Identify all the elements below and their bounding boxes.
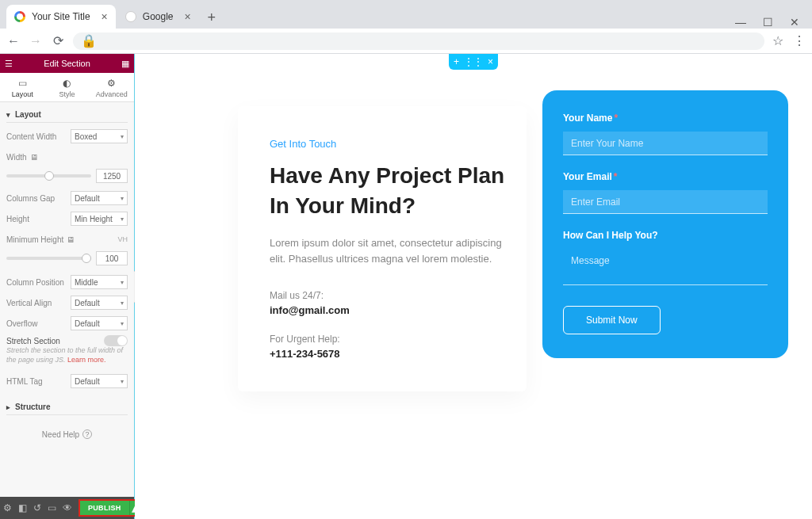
html-tag-select[interactable]: Default ▾ [71, 374, 128, 388]
form-submit-button[interactable]: Submit Now [563, 306, 661, 334]
responsive-icon[interactable]: ▭ [48, 502, 56, 513]
chevron-down-icon: ▾ [121, 195, 124, 202]
vertical-align-select[interactable]: Default ▾ [71, 296, 128, 310]
style-tab-icon: ◐ [44, 78, 89, 89]
tab-label: Style [59, 90, 75, 98]
preview-eye-icon[interactable]: 👁 [63, 502, 72, 513]
select-value: Default [75, 319, 100, 328]
width-input[interactable] [96, 169, 128, 183]
chevron-down-icon: ▾ [121, 279, 124, 286]
control-label: Width 🖥 [6, 153, 38, 162]
bookmark-star-icon[interactable]: ☆ [772, 33, 783, 48]
address-bar[interactable]: 🔒 [73, 32, 764, 50]
section-heading: Have Any Project Plan In Your Mind? [270, 161, 511, 221]
tab-label: Advanced [96, 90, 128, 98]
select-value: Default [75, 377, 100, 386]
min-height-input[interactable] [96, 251, 128, 265]
tab-layout[interactable]: ▭ Layout [0, 73, 44, 101]
section-header-label: Structure [15, 403, 50, 411]
control-label: Overflow [6, 319, 37, 328]
new-tab-button[interactable]: + [201, 6, 223, 29]
heading-line: Have Any Project Plan [270, 163, 504, 188]
overflow-select[interactable]: Default ▾ [71, 316, 128, 330]
history-icon[interactable]: ↺ [33, 502, 41, 513]
widgets-grid-icon[interactable]: ▦ [121, 59, 129, 69]
content-width-select[interactable]: Boxed ▾ [71, 129, 128, 143]
form-help-label: How Can I Help You? [563, 230, 768, 241]
select-value: Middle [75, 278, 98, 287]
form-message-textarea[interactable] [563, 249, 768, 285]
form-label-text: Your Name [563, 113, 612, 124]
control-label: HTML Tag [6, 377, 43, 386]
section-structure-toggle[interactable]: ▸ Structure [6, 399, 128, 415]
slider-thumb[interactable] [82, 254, 91, 263]
tab-style[interactable]: ◐ Style [44, 73, 89, 101]
control-label: Content Width [6, 132, 56, 141]
column-position-select[interactable]: Middle ▾ [71, 275, 128, 289]
need-help-link[interactable]: Need Help ? [6, 429, 128, 439]
min-height-slider[interactable] [6, 257, 91, 260]
desktop-device-icon[interactable]: 🖥 [30, 153, 38, 162]
browser-tab-active[interactable]: Your Site Title × [6, 5, 116, 29]
contact-form-card[interactable]: Your Name* Your Email* How Can I Help Yo… [542, 90, 788, 358]
window-maximize-icon[interactable]: ☐ [761, 16, 774, 29]
sidebar-footer: ⚙ ◧ ↺ ▭ 👁 PUBLISH ▴ [0, 497, 134, 519]
lock-icon: 🔒 [81, 33, 97, 48]
tab-label: Layout [12, 90, 33, 98]
settings-gear-icon[interactable]: ⚙ [3, 502, 12, 513]
columns-gap-select[interactable]: Default ▾ [71, 191, 128, 205]
help-question-icon: ? [82, 429, 92, 439]
chevron-down-icon: ▾ [121, 378, 124, 385]
content-left-column[interactable]: Get Into Touch Have Any Project Plan In … [238, 106, 527, 391]
height-select[interactable]: Min Height ▾ [71, 212, 128, 226]
editor-canvas[interactable]: + ⋮⋮ × Get Into Touch Have Any Project P… [135, 54, 812, 519]
desktop-device-icon[interactable]: 🖥 [67, 235, 75, 244]
caret-down-icon: ▾ [6, 111, 10, 119]
form-email-input[interactable] [563, 190, 768, 214]
hamburger-icon[interactable]: ☰ [5, 59, 13, 69]
stretch-section-toggle[interactable] [104, 335, 128, 346]
browser-menu-icon[interactable]: ⋮ [793, 33, 806, 48]
tab-title: Your Site Title [32, 11, 90, 22]
nav-back-icon[interactable]: ← [6, 34, 21, 48]
chevron-down-icon: ▾ [121, 300, 124, 307]
section-layout-toggle[interactable]: ▾ Layout [6, 107, 128, 123]
phone-label: For Urgent Help: [270, 334, 511, 345]
section-body-text: Lorem ipsum dolor sit amet, consectetur … [270, 235, 511, 269]
layout-tab-icon: ▭ [0, 78, 44, 89]
learn-more-link[interactable]: Learn more. [67, 356, 106, 364]
tab-title: Google [143, 11, 174, 22]
control-label: Height [6, 215, 29, 223]
sidebar-header: ☰ Edit Section ▦ [0, 54, 134, 73]
section-header-label: Layout [15, 110, 41, 119]
form-name-label: Your Name* [563, 113, 768, 124]
section-subtitle: Get Into Touch [270, 138, 511, 150]
control-label: Stretch Section [6, 337, 60, 345]
tab-advanced[interactable]: ⚙ Advanced [90, 73, 134, 101]
slider-thumb[interactable] [44, 171, 54, 181]
control-label: Vertical Align [6, 299, 52, 307]
browser-tabstrip: Your Site Title × Google × + — ☐ ✕ [0, 0, 812, 29]
width-slider[interactable] [6, 174, 91, 177]
control-label: Columns Gap [6, 194, 55, 203]
chevron-down-icon: ▾ [121, 320, 124, 327]
form-name-input[interactable] [563, 132, 768, 155]
browser-tab[interactable]: Google × [117, 5, 199, 29]
publish-button[interactable]: PUBLISH [80, 501, 129, 515]
select-value: Default [75, 194, 100, 203]
window-minimize-icon[interactable]: — [734, 16, 747, 29]
select-value: Default [75, 299, 100, 307]
stretch-help-note: Stretch the section to the full width of… [6, 346, 128, 364]
form-label-text: Your Email [563, 171, 612, 182]
advanced-tab-icon: ⚙ [90, 78, 134, 89]
navigator-icon[interactable]: ◧ [18, 502, 27, 513]
tab-close-icon[interactable]: × [102, 10, 108, 23]
window-close-icon[interactable]: ✕ [788, 16, 801, 29]
chevron-down-icon: ▾ [121, 216, 124, 223]
nav-reload-icon[interactable]: ⟳ [51, 34, 65, 48]
tab-close-icon[interactable]: × [185, 10, 191, 23]
control-label: Column Position [6, 278, 64, 287]
nav-forward-icon[interactable]: → [29, 34, 43, 48]
favicon-icon [14, 11, 25, 22]
unit-hint[interactable]: VH [117, 235, 128, 243]
